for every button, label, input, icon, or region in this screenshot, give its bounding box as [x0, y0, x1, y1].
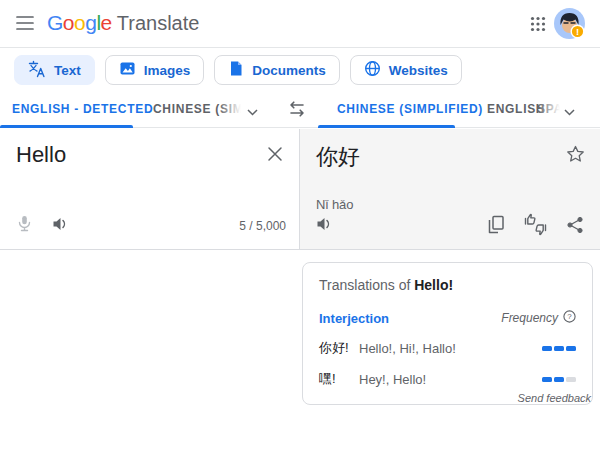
part-of-speech-row: Interjection Frequency ?: [319, 310, 576, 326]
character-count: 5 / 5,000: [239, 219, 286, 233]
frequency-bars: [542, 377, 576, 382]
image-icon: [119, 60, 136, 80]
tab-images[interactable]: Images: [105, 55, 205, 85]
target-language-option-spanish[interactable]: SPA: [537, 102, 560, 116]
tab-label: Documents: [252, 63, 326, 78]
frequency-bars: [542, 346, 576, 351]
logo-letter: G: [47, 11, 63, 34]
source-language-active-indicator: [0, 125, 133, 128]
profile-avatar[interactable]: !: [554, 8, 585, 39]
translate-icon: [28, 60, 46, 81]
rate-translation-thumbs-icon[interactable]: [524, 213, 547, 240]
card-title-word: Hello!: [414, 277, 453, 293]
logo-letter: g: [85, 11, 96, 34]
document-icon: [228, 60, 244, 80]
svg-text:?: ?: [567, 312, 572, 321]
source-language-chevron-down-icon[interactable]: [247, 105, 258, 119]
google-translate-logo[interactable]: GoogleTranslate: [47, 11, 199, 35]
logo-letter: o: [63, 11, 74, 34]
tab-websites[interactable]: Websites: [350, 55, 462, 85]
frequency-header: Frequency ?: [501, 310, 576, 326]
listen-translation-speaker-icon[interactable]: [316, 216, 333, 236]
target-text-panel: 你好 Nǐ hǎo: [300, 129, 600, 249]
mode-tabs: Text Images Documents Webs: [14, 55, 462, 85]
app-header: GoogleTranslate !: [0, 0, 600, 48]
send-feedback-link[interactable]: Send feedback: [518, 392, 591, 404]
logo-letter: o: [74, 11, 85, 34]
app-name: Translate: [117, 12, 200, 34]
target-language-active-indicator: [318, 125, 455, 128]
listen-source-speaker-icon[interactable]: [52, 216, 69, 236]
globe-icon: [364, 60, 381, 80]
translation-row[interactable]: 嘿! Hey!, Hello!: [319, 370, 576, 388]
translation-word[interactable]: 嘿!: [319, 370, 357, 388]
part-of-speech-label: Interjection: [319, 311, 389, 326]
translation-word[interactable]: 你好!: [319, 339, 357, 357]
translate-panels: Hello 5 / 5,000 你好 Nǐ hǎo: [0, 129, 600, 250]
frequency-label: Frequency: [501, 311, 558, 325]
translations-card: Translations of Hello! Interjection Freq…: [302, 262, 593, 405]
card-title: Translations of Hello!: [319, 277, 576, 293]
copy-translation-icon[interactable]: [487, 215, 505, 238]
target-language-chevron-down-icon[interactable]: [564, 105, 575, 119]
logo-letter: e: [101, 11, 112, 34]
transliteration: Nǐ hǎo: [316, 197, 354, 212]
source-text-input[interactable]: Hello: [16, 142, 66, 168]
reverse-translations: Hello!, Hi!, Hallo!: [357, 341, 542, 356]
google-apps-grid-icon[interactable]: [530, 16, 546, 32]
reverse-translations: Hey!, Hello!: [357, 372, 542, 387]
clear-source-close-icon[interactable]: [267, 146, 283, 162]
swap-languages-icon[interactable]: [286, 98, 308, 120]
tab-text[interactable]: Text: [14, 55, 95, 85]
language-bar: ENGLISH - DETECTED CHINESE (SIMPLIF CHIN…: [0, 90, 600, 128]
microphone-icon[interactable]: [16, 215, 33, 236]
source-language-selected[interactable]: ENGLISH - DETECTED: [12, 102, 153, 116]
share-translation-icon[interactable]: [566, 216, 584, 238]
tab-label: Websites: [389, 63, 448, 78]
hamburger-menu-icon[interactable]: [16, 15, 34, 31]
tab-label: Text: [54, 63, 81, 78]
avatar-alert-badge: !: [576, 26, 579, 37]
tab-label: Images: [144, 63, 191, 78]
translation-row[interactable]: 你好! Hello!, Hi!, Hallo!: [319, 339, 576, 357]
card-title-prefix: Translations of: [319, 277, 410, 293]
tab-documents[interactable]: Documents: [214, 55, 340, 85]
target-language-selected[interactable]: CHINESE (SIMPLIFIED): [337, 102, 483, 116]
save-translation-star-icon[interactable]: [566, 145, 585, 167]
help-icon[interactable]: ?: [563, 310, 576, 326]
translated-text: 你好: [316, 142, 360, 172]
source-language-option[interactable]: CHINESE (SIMPLIF: [153, 102, 241, 116]
source-text-panel[interactable]: Hello 5 / 5,000: [0, 129, 300, 249]
